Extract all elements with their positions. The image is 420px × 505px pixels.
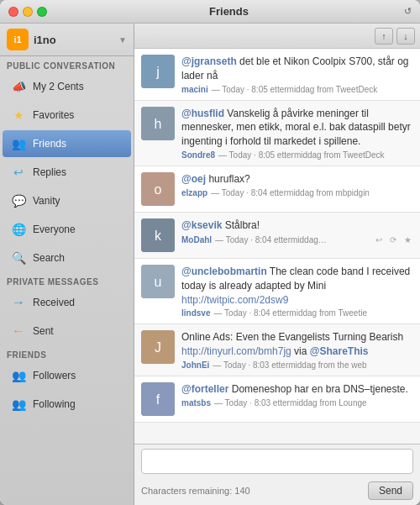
reply-icon: ↩ (9, 163, 28, 181)
titlebar: Friends ↺ (0, 0, 420, 24)
tweet-actions: ↩ ⟳ ★ (373, 234, 413, 246)
tweet-username[interactable]: @forteller (181, 383, 228, 395)
profile-name: i1no (34, 34, 118, 46)
tweet-meta-time: — Today · 8:04 ettermiddag from mbpidgin (211, 188, 370, 197)
scroll-up-button[interactable]: ↑ (375, 28, 393, 45)
tweet-link[interactable]: http://twitpic.com/2dsw9 (181, 294, 288, 306)
svg-text:u: u (155, 275, 162, 289)
tweet-body: @ksevik Stålbra! MoDahl — Today · 8:04 e… (181, 218, 413, 252)
tweet-body: @forteller Domeneshop har en bra DNS–tje… (181, 382, 413, 416)
traffic-lights (8, 7, 47, 17)
tweet-username[interactable]: @ShareThis (310, 345, 369, 357)
sidebar-item-search[interactable]: 🔍 Search (3, 245, 131, 271)
sidebar-item-friends[interactable]: 👥 Friends (3, 130, 131, 157)
close-button[interactable] (8, 7, 18, 17)
tweet-row: u @unclebobmartin The clean code band I … (134, 259, 420, 324)
sidebar-item-received[interactable]: → Received (3, 289, 131, 316)
reply-action-button[interactable]: ↩ (373, 234, 385, 246)
tweet-meta-time: — Today · 8:03 ettermiddag from Lounge (214, 398, 367, 408)
tweet-row: f @forteller Domeneshop har en bra DNS–t… (134, 376, 420, 423)
sidebar-item-following[interactable]: 👥 Following (3, 391, 131, 418)
tweet-text: @forteller Domeneshop har en bra DNS–tje… (181, 382, 413, 397)
tweet-text: @oej huruflax? (181, 172, 413, 187)
scroll-down-button[interactable]: ↓ (396, 28, 415, 45)
avatar: h (141, 107, 175, 140)
tweet-meta-time: — Today · 8:05 ettermiddag from TweetDec… (218, 150, 385, 160)
tweet-input-area (134, 444, 420, 478)
sidebar-item-label: Following (33, 398, 76, 410)
sidebar-item-label: Search (33, 252, 65, 264)
minimize-button[interactable] (23, 7, 33, 17)
tweet-username[interactable]: @ksevik (181, 219, 222, 231)
tweet-link[interactable]: http://tinyurl.com/bmh7jg (181, 345, 291, 357)
sidebar-item-sent[interactable]: ← Sent (3, 318, 131, 345)
profile-button[interactable]: i1 i1no ▼ (0, 24, 134, 56)
svg-text:J: J (155, 340, 161, 355)
tweet-username[interactable]: @oej (181, 173, 206, 185)
tweet-username[interactable]: @husflid (181, 108, 224, 119)
tweet-meta: macini — Today · 8:05 ettermiddag from T… (181, 85, 413, 94)
tweet-meta-author[interactable]: JohnEi (181, 360, 209, 370)
tweet-username[interactable]: @jgranseth (181, 55, 237, 67)
tweet-body: @oej huruflax? elzapp — Today · 8:04 ett… (181, 172, 413, 206)
tweet-meta: lindsve — Today · 8:04 ettermiddag from … (181, 308, 413, 318)
tweet-meta-time: — Today · 8:05 ettermiddag from TweetDec… (212, 85, 378, 94)
received-icon: → (9, 293, 28, 312)
friends-icon: 👥 (9, 134, 28, 153)
tweet-meta-time: — Today · 8:03 ettermiddag from the web (213, 360, 366, 370)
tweet-row: j @jgranseth det ble et Nikon Coolpix S7… (134, 49, 420, 101)
sidebar-item-favorites[interactable]: ★ Favorites (3, 102, 131, 129)
tweet-text: @ksevik Stålbra! (181, 218, 413, 233)
sidebar-item-label: Received (33, 297, 75, 308)
tweet-row: J Online Ads: Even the Evangelists Turni… (134, 324, 420, 376)
tweet-text: @jgranseth det ble et Nikon Coolpix S700… (181, 55, 413, 83)
send-button[interactable]: Send (368, 481, 413, 500)
sidebar-item-label: Replies (33, 166, 66, 178)
avatar: u (141, 265, 175, 298)
feed-toolbar: ↑ ↓ (134, 24, 420, 49)
tweet-row: o @oej huruflax? elzapp — Today · 8:04 e… (134, 166, 420, 213)
tweet-meta-author[interactable]: Sondre8 (181, 150, 215, 160)
sidebar: i1 i1no ▼ PUBLIC CONVERSATION 📣 My 2 Cen… (0, 24, 134, 505)
star-icon: ★ (9, 106, 28, 124)
sidebar-item-replies[interactable]: ↩ Replies (3, 159, 131, 186)
tweet-list: j @jgranseth det ble et Nikon Coolpix S7… (134, 49, 420, 444)
feed-footer: Characters remaining: 140 Send (134, 478, 420, 505)
sidebar-item-label: My 2 Cents (33, 81, 84, 92)
tweet-meta-author[interactable]: macini (181, 85, 208, 94)
favorite-action-button[interactable]: ★ (402, 234, 413, 246)
sidebar-item-label: Favorites (33, 109, 74, 121)
tweet-meta-author[interactable]: MoDahl (181, 235, 212, 245)
tweet-meta: elzapp — Today · 8:04 ettermiddag from m… (181, 188, 413, 197)
everyone-icon: 🌐 (9, 220, 28, 239)
tweet-body: @husflid Vanskelig å påvirke meninger ti… (181, 107, 413, 160)
sidebar-item-everyone[interactable]: 🌐 Everyone (3, 216, 131, 243)
tweet-input[interactable] (141, 449, 413, 474)
tweet-meta-time: — Today · 8:04 ettermiddag… (215, 235, 327, 245)
tweet-text: @husflid Vanskelig å påvirke meninger ti… (181, 107, 413, 149)
sent-icon: ← (9, 322, 28, 340)
tweet-meta-author[interactable]: matsbs (181, 398, 211, 408)
vanity-icon: 💬 (9, 192, 28, 210)
tweet-meta-author[interactable]: lindsve (181, 308, 210, 318)
avatar: j (141, 55, 175, 88)
tweet-meta: MoDahl — Today · 8:04 ettermiddag… ↩ ⟳ ★ (181, 234, 413, 246)
sidebar-item-followers[interactable]: 👥 Followers (3, 362, 131, 389)
tweet-username[interactable]: @unclebobmartin (181, 266, 267, 277)
sidebar-item-label: Vanity (33, 195, 60, 207)
app-window: Friends ↺ i1 i1no ▼ PUBLIC CONVERSATION … (0, 0, 420, 505)
refresh-icon[interactable]: ↺ (404, 6, 412, 17)
tweet-meta-author[interactable]: elzapp (181, 188, 207, 197)
main-content: i1 i1no ▼ PUBLIC CONVERSATION 📣 My 2 Cen… (0, 24, 420, 505)
section-private-messages: PRIVATE MESSAGES (0, 272, 134, 288)
retweet-action-button[interactable]: ⟳ (387, 234, 399, 246)
maximize-button[interactable] (37, 7, 47, 17)
profile-dropdown-icon: ▼ (118, 35, 127, 45)
sidebar-item-my-2-cents[interactable]: 📣 My 2 Cents (3, 73, 131, 100)
tweet-body: @jgranseth det ble et Nikon Coolpix S700… (181, 55, 413, 94)
char-count: 140 (234, 486, 249, 496)
sidebar-item-vanity[interactable]: 💬 Vanity (3, 187, 131, 214)
tweet-row: k @ksevik Stålbra! MoDahl — Today · 8:04… (134, 213, 420, 259)
svg-text:o: o (155, 182, 162, 197)
tweet-text: Online Ads: Even the Evangelists Turning… (181, 330, 413, 359)
